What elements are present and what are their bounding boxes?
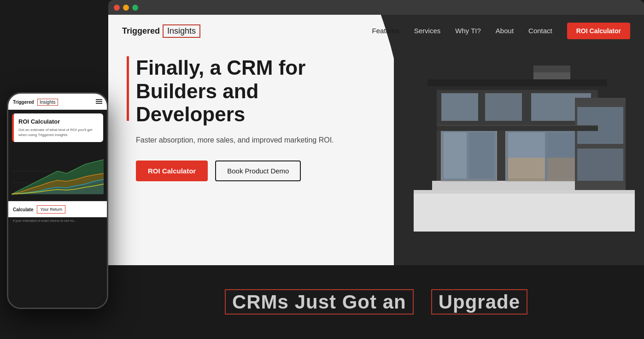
hero-title: Finally, a CRM for Builders and Develope… — [136, 56, 343, 126]
logo-triggered: Triggered — [122, 26, 160, 36]
svg-rect-15 — [485, 93, 522, 121]
svg-rect-2 — [533, 65, 570, 72]
upgrade-text2: Upgrade — [431, 289, 527, 315]
phone-logo-insights: Insights — [37, 99, 58, 106]
hero-content: Finally, a CRM for Builders and Develope… — [136, 56, 343, 181]
logo[interactable]: Triggered Insights — [122, 24, 200, 38]
phone-roi-card: ROI Calculator Get an estimate of what k… — [12, 113, 103, 142]
phone-your-return-box: Your Return — [37, 205, 65, 214]
house-svg — [414, 38, 635, 232]
nav-services-link[interactable]: Services — [414, 27, 441, 35]
logo-insights: Insights — [163, 24, 200, 38]
phone-logo-triggered: Triggered — [13, 100, 34, 105]
svg-rect-20 — [414, 190, 635, 232]
phone-small-text: if your estimated of exact returns to se… — [8, 217, 107, 224]
upgrade-text1: CRMs Just Got an — [225, 289, 414, 315]
svg-rect-14 — [441, 93, 478, 121]
nav-links: Features Services Why TI? About Contact … — [372, 27, 630, 35]
minimize-button[interactable] — [123, 5, 129, 11]
svg-rect-18 — [508, 158, 545, 181]
nav-about-link[interactable]: About — [496, 27, 514, 35]
phone-hamburger-icon[interactable] — [96, 99, 102, 104]
phone-roi-desc: Get an estimate of what kind of ROI you'… — [18, 127, 99, 137]
nav-why-ti-link[interactable]: Why TI? — [455, 27, 481, 35]
nav-contact-link[interactable]: Contact — [528, 27, 552, 35]
phone-chart — [8, 146, 107, 201]
svg-rect-8 — [444, 132, 467, 178]
svg-rect-24 — [577, 149, 623, 181]
navbar: Triggered Insights Features Services Why… — [108, 15, 644, 47]
upgrade-title: CRMs Just Got an Upgrade — [225, 291, 527, 313]
bottom-section: CRMs Just Got an Upgrade — [108, 265, 644, 339]
nav-roi-calculator-link[interactable]: ROI Calculator — [567, 23, 630, 39]
phone-logo: Triggered Insights — [13, 97, 58, 106]
svg-rect-17 — [427, 79, 607, 86]
hero-buttons: ROI Calculator Book Product Demo — [136, 161, 343, 181]
phone-navbar: Triggered Insights — [8, 94, 107, 110]
nav-features-link[interactable]: Features — [372, 27, 399, 35]
phone-mockup: Triggered Insights ROI Calculator Get an… — [7, 92, 108, 314]
website-content: Triggered Insights Features Services Why… — [108, 15, 644, 339]
hero-accent-line — [127, 56, 129, 121]
roi-calculator-button[interactable]: ROI Calculator — [136, 161, 208, 181]
phone-roi-title: ROI Calculator — [18, 118, 99, 125]
browser-window: Triggered Insights Features Services Why… — [108, 0, 644, 339]
house-image — [414, 38, 635, 232]
book-demo-button[interactable]: Book Product Demo — [215, 161, 301, 181]
hero-subtitle: Faster absorption, more sales, and impro… — [136, 135, 343, 146]
phone-bottom: Calculate Your Return — [8, 201, 107, 217]
svg-rect-25 — [437, 125, 598, 131]
svg-rect-21 — [414, 190, 635, 194]
browser-titlebar — [108, 0, 644, 15]
phone-outer: Triggered Insights ROI Calculator Get an… — [7, 92, 108, 309]
svg-rect-9 — [469, 132, 494, 178]
close-button[interactable] — [114, 5, 120, 11]
phone-screen: Triggered Insights ROI Calculator Get an… — [8, 94, 107, 308]
maximize-button[interactable] — [132, 5, 138, 11]
phone-calculate-button[interactable]: Calculate — [13, 207, 33, 212]
